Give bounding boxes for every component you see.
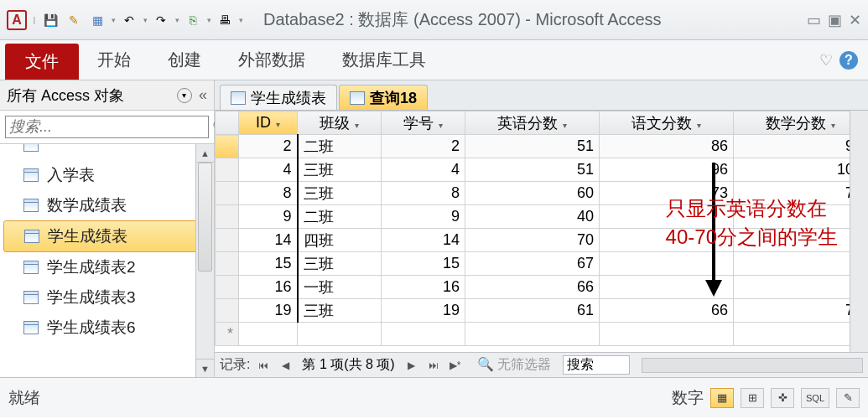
scroll-down-icon[interactable]: ▼ — [196, 359, 214, 377]
scroll-up-icon[interactable]: ▲ — [196, 144, 214, 163]
minimize-icon[interactable]: ▭ — [807, 11, 821, 29]
design-view-icon[interactable]: ✎ — [836, 388, 860, 408]
cell-math[interactable]: 78 — [734, 182, 868, 205]
nav-item-3[interactable]: 学生成绩表2 — [0, 252, 214, 282]
nav-scrollbar[interactable]: ▲ ▼ — [195, 144, 214, 377]
table-row[interactable]: 14 四班 14 70 — [216, 229, 868, 252]
file-tab[interactable]: 文件 — [5, 44, 79, 80]
cell-sno[interactable]: 19 — [382, 299, 465, 323]
tab-dbtools[interactable]: 数据库工具 — [324, 40, 444, 80]
nav-header[interactable]: 所有 Access 对象 ▾ « — [0, 80, 214, 111]
maximize-icon[interactable]: ▣ — [828, 11, 842, 29]
cell-sno[interactable]: 2 — [382, 135, 465, 158]
cell-sno[interactable]: 16 — [382, 276, 465, 299]
cell-id[interactable]: 19 — [239, 299, 298, 323]
cell-eng[interactable]: 61 — [465, 299, 600, 323]
cell-id[interactable]: 8 — [239, 182, 298, 205]
cell-sno[interactable]: 4 — [382, 158, 465, 182]
table-row[interactable]: 4 三班 4 51 96 101 — [216, 158, 868, 182]
col-math[interactable]: 数学分数▾ — [734, 111, 868, 135]
cell-math[interactable] — [734, 252, 868, 276]
cell-chn[interactable] — [600, 205, 734, 229]
cell-sno[interactable]: 14 — [382, 229, 465, 252]
nav-item-5[interactable]: 学生成绩表6 — [0, 313, 214, 343]
doc-tab-0[interactable]: 学生成绩表 — [220, 85, 337, 110]
cell-id[interactable]: 4 — [239, 158, 298, 182]
record-search-input[interactable]: 搜索 — [563, 355, 630, 375]
cell-chn[interactable]: 86 — [600, 135, 734, 158]
cell-sno[interactable]: 15 — [382, 252, 465, 276]
col-chn[interactable]: 语文分数▾ — [600, 111, 734, 135]
cell-eng[interactable]: 70 — [465, 229, 600, 252]
tab-home[interactable]: 开始 — [79, 40, 149, 80]
row-selector[interactable] — [216, 158, 239, 182]
prev-record-icon[interactable]: ◀ — [277, 357, 294, 374]
save-icon[interactable]: 💾 — [40, 10, 60, 30]
next-record-icon[interactable]: ▶ — [403, 357, 420, 374]
col-id[interactable]: ID▾ — [239, 111, 298, 135]
cell-sno[interactable]: 9 — [382, 205, 465, 229]
vertical-scrollbar[interactable] — [850, 111, 868, 352]
help-icon[interactable]: ? — [839, 51, 858, 70]
table-row[interactable]: 8 三班 8 60 73 78 — [216, 182, 868, 205]
cell-class[interactable]: 二班 — [298, 135, 382, 158]
horizontal-scrollbar[interactable] — [642, 358, 863, 373]
undo-icon[interactable]: ↶ — [119, 10, 139, 30]
pivot-table-icon[interactable]: ⊞ — [741, 388, 764, 408]
nav-dropdown-icon[interactable]: ▾ — [177, 88, 192, 103]
cell-sno[interactable]: 8 — [382, 182, 465, 205]
row-selector[interactable] — [216, 182, 239, 205]
doc-tab-1[interactable]: 查询18 — [339, 85, 428, 110]
nav-item-cut[interactable] — [0, 144, 214, 160]
print-icon[interactable]: 🖶 — [215, 10, 235, 30]
paint-icon[interactable]: ▦ — [87, 10, 107, 30]
cell-chn[interactable]: 66 — [600, 299, 734, 323]
cell-id[interactable]: 2 — [239, 135, 298, 158]
row-selector[interactable] — [216, 276, 239, 299]
cell-class[interactable]: 四班 — [298, 229, 382, 252]
close-icon[interactable]: ✕ — [849, 11, 861, 29]
tab-create[interactable]: 创建 — [149, 40, 220, 80]
cell-id[interactable]: 15 — [239, 252, 298, 276]
cell-class[interactable]: 三班 — [298, 252, 382, 276]
row-selector-header[interactable] — [216, 111, 239, 135]
cell-eng[interactable]: 66 — [465, 276, 600, 299]
cell-chn[interactable]: 96 — [600, 158, 734, 182]
nav-item-1[interactable]: 数学成绩表 — [0, 190, 214, 220]
last-record-icon[interactable]: ⏭ — [425, 357, 442, 374]
table-row[interactable]: 2 二班 2 51 86 91 — [216, 135, 868, 158]
row-selector[interactable] — [216, 252, 239, 276]
col-sno[interactable]: 学号▾ — [382, 111, 465, 135]
datasheet-view-icon[interactable]: ▦ — [710, 388, 734, 408]
brush-icon[interactable]: ✎ — [64, 10, 84, 30]
table-row[interactable]: 16 一班 16 66 — [216, 276, 868, 299]
cell-class[interactable]: 一班 — [298, 276, 382, 299]
tab-external[interactable]: 外部数据 — [220, 40, 324, 80]
sql-view-icon[interactable]: SQL — [801, 388, 829, 408]
redo-icon[interactable]: ↷ — [151, 10, 171, 30]
cell-eng[interactable]: 67 — [465, 252, 600, 276]
cell-eng[interactable]: 60 — [465, 182, 600, 205]
cell-id[interactable]: 16 — [239, 276, 298, 299]
nav-item-2[interactable]: 学生成绩表 — [3, 220, 211, 252]
row-selector[interactable] — [216, 135, 239, 158]
scroll-thumb[interactable] — [198, 163, 212, 272]
nav-search-input[interactable] — [5, 116, 209, 138]
new-row[interactable]: *0 — [216, 323, 868, 346]
first-record-icon[interactable]: ⏮ — [255, 357, 272, 374]
nav-collapse-icon[interactable]: « — [199, 86, 207, 104]
cell-eng[interactable]: 51 — [465, 158, 600, 182]
new-record-icon[interactable]: ▶* — [447, 357, 464, 374]
cell-class[interactable]: 三班 — [298, 158, 382, 182]
nav-item-4[interactable]: 学生成绩表3 — [0, 282, 214, 313]
cell-math[interactable]: 91 — [734, 135, 868, 158]
heart-icon[interactable]: ♡ — [819, 51, 833, 70]
cell-math[interactable]: 101 — [734, 158, 868, 182]
cell-id[interactable]: 14 — [239, 229, 298, 252]
cell-math[interactable] — [734, 276, 868, 299]
cell-eng[interactable]: 40 — [465, 205, 600, 229]
table-row[interactable]: 19 三班 19 61 66 71 — [216, 299, 868, 323]
pivot-chart-icon[interactable]: ✜ — [771, 388, 794, 408]
col-eng[interactable]: 英语分数▾ — [465, 111, 600, 135]
row-selector[interactable] — [216, 205, 239, 229]
